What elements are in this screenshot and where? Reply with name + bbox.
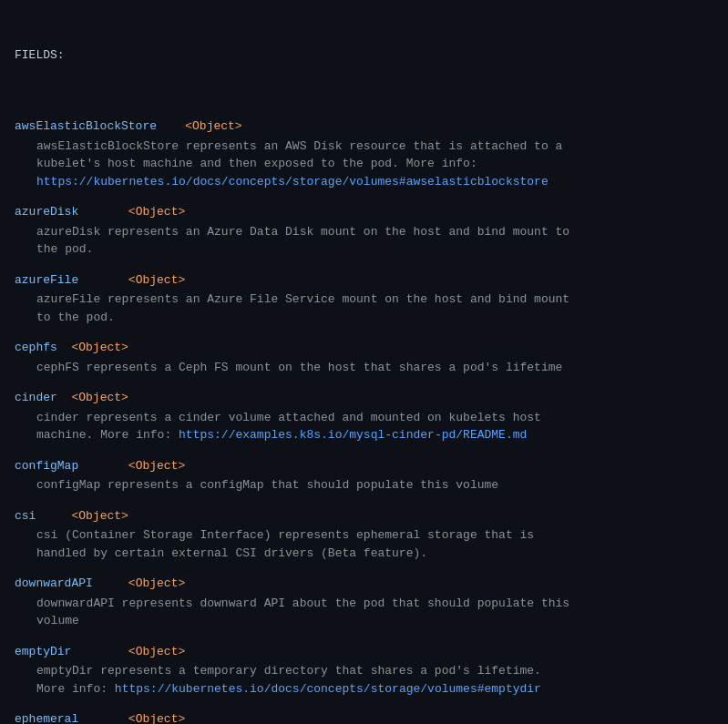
- field-description: downwardAPI represents downward API abou…: [15, 595, 713, 630]
- field-name: cephfs: [15, 341, 57, 354]
- field-description: cephFS represents a Ceph FS mount on the…: [15, 359, 713, 377]
- field-name: ephemeral: [15, 712, 78, 724]
- field-description: csi (Container Storage Interface) repres…: [15, 526, 713, 562]
- field-description: azureFile represents an Azure File Servi…: [15, 291, 713, 326]
- field-block: emptyDir <Object>emptyDir represents a t…: [15, 643, 713, 699]
- field-name: emptyDir: [15, 645, 71, 658]
- field-name: downwardAPI: [15, 576, 93, 590]
- field-type: <Object>: [78, 273, 185, 287]
- field-name: azureFile: [15, 273, 78, 287]
- field-block: downwardAPI <Object>downwardAPI represen…: [15, 575, 713, 630]
- field-type: <Object>: [93, 576, 185, 590]
- field-description: emptyDir represents a temporary director…: [15, 662, 713, 698]
- field-block: csi <Object>csi (Container Storage Inter…: [15, 507, 713, 563]
- url-text: https://examples.k8s.io/mysql-cinder-pd/…: [179, 428, 527, 442]
- field-block: cinder <Object>cinder represents a cinde…: [15, 389, 713, 444]
- field-header: awsElasticBlockStore <Object>: [15, 117, 713, 136]
- field-description: configMap represents a configMap that sh…: [15, 476, 713, 495]
- fields-label: FIELDS:: [15, 46, 713, 65]
- field-block: configMap <Object>configMap represents a…: [15, 457, 713, 495]
- field-block: cephfs <Object>cephFS represents a Ceph …: [15, 339, 713, 376]
- field-name: cinder: [15, 391, 57, 404]
- field-block: azureFile <Object>azureFile represents a…: [15, 271, 713, 327]
- field-description: cinder represents a cinder volume attach…: [15, 409, 713, 444]
- field-header: configMap <Object>: [15, 457, 713, 475]
- terminal-output: FIELDS: awsElasticBlockStore <Object>aws…: [15, 11, 713, 724]
- field-name: awsElasticBlockStore: [15, 119, 157, 133]
- field-header: emptyDir <Object>: [15, 643, 713, 661]
- field-name: configMap: [15, 459, 78, 473]
- field-name: azureDisk: [15, 205, 78, 219]
- field-type: <Object>: [78, 459, 185, 473]
- field-description: awsElasticBlockStore represents an AWS D…: [15, 138, 713, 191]
- field-type: <Object>: [57, 391, 128, 404]
- field-type: <Object>: [78, 712, 185, 724]
- field-type: <Object>: [71, 645, 185, 658]
- field-type: <Object>: [78, 205, 185, 219]
- field-description: azureDisk represents an Azure Data Disk …: [15, 223, 713, 259]
- field-header: cinder <Object>: [15, 389, 713, 407]
- field-block: ephemeral <Object>ephemeral represents a…: [15, 710, 713, 724]
- field-header: csi <Object>: [15, 507, 713, 525]
- field-name: csi: [15, 509, 36, 523]
- field-header: downwardAPI <Object>: [15, 575, 713, 593]
- field-type: <Object>: [36, 509, 128, 523]
- field-type: <Object>: [157, 119, 242, 133]
- field-header: azureFile <Object>: [15, 271, 713, 290]
- field-header: cephfs <Object>: [15, 339, 713, 357]
- field-header: azureDisk <Object>: [15, 203, 713, 221]
- field-header: ephemeral <Object>: [15, 710, 713, 724]
- field-block: awsElasticBlockStore <Object>awsElasticB…: [15, 117, 713, 190]
- field-type: <Object>: [57, 341, 128, 354]
- url-text: https://kubernetes.io/docs/concepts/stor…: [115, 682, 541, 696]
- url-text: https://kubernetes.io/docs/concepts/stor…: [36, 175, 549, 189]
- field-block: azureDisk <Object>azureDisk represents a…: [15, 203, 713, 259]
